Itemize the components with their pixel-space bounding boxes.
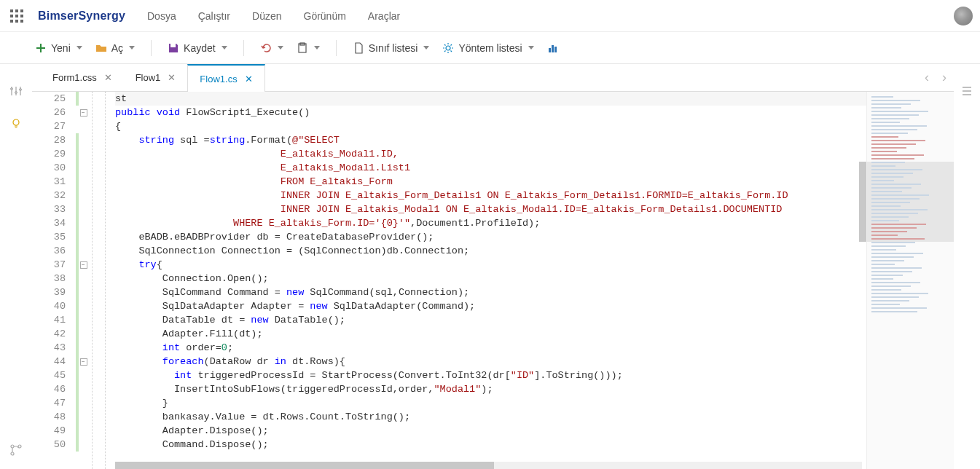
toolbar: Yeni Aç Kaydet Sınıf listesi Yöntem list… bbox=[0, 32, 980, 64]
open-label: Aç bbox=[111, 42, 123, 54]
editor-area: 2526272829303132333435363738394041424344… bbox=[32, 92, 954, 469]
plus-icon bbox=[35, 42, 47, 54]
code-pane[interactable]: 2526272829303132333435363738394041424344… bbox=[32, 92, 866, 469]
app-launcher-icon[interactable] bbox=[10, 9, 23, 23]
close-icon[interactable]: ✕ bbox=[104, 73, 112, 82]
toolbar-extra-button[interactable] bbox=[544, 39, 562, 57]
horizontal-scrollbar[interactable] bbox=[115, 462, 862, 469]
main-panel: Form1.css✕Flow1✕Flow1.cs✕ ‹ › 2526272829… bbox=[32, 64, 954, 469]
code-lines[interactable]: stpublic void FlowScript1_Execute(){ str… bbox=[115, 92, 866, 469]
chevron-down-icon bbox=[129, 46, 135, 50]
separator bbox=[151, 40, 152, 56]
close-icon[interactable]: ✕ bbox=[168, 73, 176, 82]
chevron-down-icon bbox=[278, 46, 283, 50]
lightbulb-icon[interactable] bbox=[9, 117, 23, 133]
brand-label: BimserSynergy bbox=[38, 9, 125, 23]
fold-strip[interactable] bbox=[79, 92, 89, 469]
save-label: Kaydet bbox=[184, 42, 216, 54]
svg-rect-4 bbox=[552, 45, 554, 52]
vertical-scroll-thumb[interactable] bbox=[859, 162, 866, 242]
undo-icon bbox=[260, 42, 272, 54]
menu-view[interactable]: Görünüm bbox=[304, 10, 346, 22]
svg-point-9 bbox=[13, 119, 19, 125]
tab-label: Form1.css bbox=[52, 72, 97, 83]
svg-rect-5 bbox=[554, 47, 557, 52]
editor-tabstrip: Form1.css✕Flow1✕Flow1.cs✕ ‹ › bbox=[32, 64, 954, 92]
workspace: Form1.css✕Flow1✕Flow1.cs✕ ‹ › 2526272829… bbox=[0, 64, 980, 469]
avatar[interactable] bbox=[954, 7, 973, 25]
right-rail bbox=[954, 64, 980, 469]
editor-tab-2[interactable]: Flow1.cs✕ bbox=[187, 64, 264, 92]
line-number-gutter: 2526272829303132333435363738394041424344… bbox=[32, 92, 76, 469]
horizontal-scroll-thumb[interactable] bbox=[115, 462, 494, 469]
menu-file[interactable]: Dosya bbox=[147, 10, 176, 22]
editor-tab-0[interactable]: Form1.css✕ bbox=[41, 63, 124, 91]
svg-point-11 bbox=[11, 452, 14, 455]
chevron-down-icon bbox=[222, 46, 227, 50]
svg-point-10 bbox=[11, 445, 14, 448]
svg-point-2 bbox=[446, 46, 450, 50]
separator bbox=[243, 40, 244, 56]
svg-rect-3 bbox=[549, 48, 551, 52]
main-menu: Dosya Çalıştır Düzen Görünüm Araçlar bbox=[147, 10, 400, 22]
chevron-down-icon bbox=[314, 46, 320, 50]
tab-label: Flow1.cs bbox=[200, 74, 237, 84]
new-button[interactable]: Yeni bbox=[32, 39, 85, 57]
chevron-down-icon bbox=[423, 46, 429, 50]
document-icon bbox=[353, 42, 364, 54]
chevron-down-icon bbox=[77, 46, 82, 50]
tab-prev-button[interactable]: ‹ bbox=[925, 71, 929, 84]
tab-label: Flow1 bbox=[136, 72, 161, 83]
menu-edit[interactable]: Düzen bbox=[252, 10, 281, 22]
gear-icon bbox=[442, 42, 454, 54]
new-label: Yeni bbox=[51, 42, 71, 54]
class-list-label: Sınıf listesi bbox=[369, 42, 418, 54]
menubar: BimserSynergy Dosya Çalıştır Düzen Görün… bbox=[0, 0, 980, 32]
method-list-button[interactable]: Yöntem listesi bbox=[439, 39, 536, 57]
list-icon[interactable] bbox=[960, 84, 973, 100]
svg-point-12 bbox=[18, 445, 21, 448]
indent-guide bbox=[89, 92, 115, 469]
close-icon[interactable]: ✕ bbox=[245, 74, 253, 84]
chevron-down-icon bbox=[528, 46, 534, 50]
separator bbox=[336, 40, 337, 56]
bar-chart-icon bbox=[547, 42, 559, 54]
tab-next-button[interactable]: › bbox=[942, 71, 946, 84]
save-icon bbox=[168, 42, 179, 54]
branch-icon[interactable] bbox=[9, 444, 23, 459]
minimap[interactable] bbox=[866, 92, 954, 469]
open-button[interactable]: Aç bbox=[93, 39, 138, 57]
method-list-label: Yöntem listesi bbox=[458, 42, 522, 54]
menu-run[interactable]: Çalıştır bbox=[198, 10, 230, 22]
menu-tools[interactable]: Araçlar bbox=[368, 10, 400, 22]
save-button[interactable]: Kaydet bbox=[165, 39, 230, 57]
undo-button[interactable] bbox=[257, 39, 286, 57]
clipboard-button[interactable] bbox=[294, 39, 323, 57]
clipboard-icon bbox=[297, 42, 308, 54]
editor-tab-1[interactable]: Flow1✕ bbox=[124, 63, 188, 91]
left-rail bbox=[0, 64, 32, 469]
tab-nav: ‹ › bbox=[925, 63, 954, 91]
sliders-icon[interactable] bbox=[9, 84, 23, 100]
class-list-button[interactable]: Sınıf listesi bbox=[350, 39, 433, 57]
folder-icon bbox=[95, 42, 107, 54]
vertical-scrollbar[interactable] bbox=[859, 92, 866, 462]
